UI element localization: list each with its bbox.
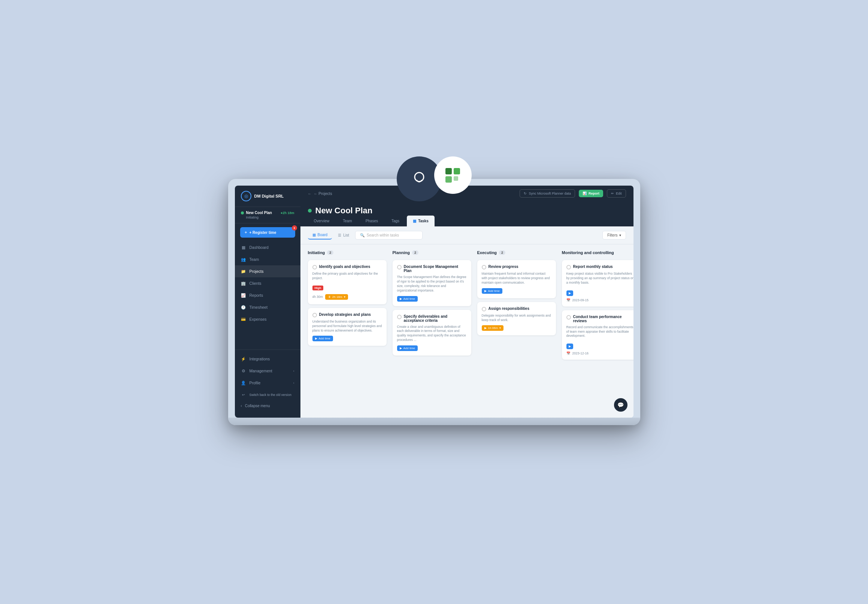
plus-icon: ＋ <box>244 230 248 235</box>
board-view-button[interactable]: ▦ Board <box>308 231 332 239</box>
add-time-button-deliverables[interactable]: ▶ Add time <box>397 345 418 351</box>
task-title-assign: Assign responsibilities <box>482 306 552 311</box>
time-chip-assign[interactable]: ▶ 1h 06m ▾ <box>482 325 504 331</box>
play-button-report-monthly[interactable]: ▶ <box>566 290 573 296</box>
column-header-initiating: Initiating 2 <box>308 250 387 255</box>
sync-label: Sync Microsoft Planner data <box>529 192 571 195</box>
filters-button[interactable]: Filters ▾ <box>602 231 626 239</box>
edit-label: Edit <box>616 192 622 195</box>
task-desc-assign: Delegate responsibility for work assignm… <box>482 314 552 323</box>
switch-version-link[interactable]: ↩ Switch back to the old version <box>235 389 301 401</box>
sidebar-item-label-profile: Profile <box>250 381 261 385</box>
task-card-identify-goals[interactable]: Identify goals and objectives Define the… <box>308 260 387 304</box>
sidebar-item-dashboard[interactable]: ▦ Dashboard <box>235 241 301 253</box>
task-desc-scope: The Scope Management Plan defines the de… <box>397 275 467 293</box>
list-view-button[interactable]: ☰ List <box>333 231 353 239</box>
tasks-planner-icon: ▦ <box>413 219 416 223</box>
task-card-assign-responsibilities[interactable]: Assign responsibilities Delegate respons… <box>477 302 556 336</box>
clients-icon: 🏢 <box>241 281 246 286</box>
laptop-screen: ◎ DM Digital SRL New Cool Plan ●2h 18m I… <box>235 185 634 418</box>
task-checkbox-deliverables[interactable] <box>397 315 401 319</box>
integrations-icon: ⚡ <box>241 356 246 361</box>
task-name-report-monthly: Report monthly status <box>573 264 613 269</box>
play-button-conduct[interactable]: ▶ <box>566 343 573 349</box>
back-arrow-icon: ← <box>308 192 312 196</box>
task-title-report-monthly: Report monthly status <box>566 264 634 269</box>
task-checkbox-report-monthly[interactable] <box>566 265 571 269</box>
report-label: Report <box>589 192 599 195</box>
tab-tasks[interactable]: ▦ Tasks <box>407 216 434 226</box>
report-button[interactable]: 📊 Report <box>579 190 603 197</box>
task-checkbox-develop[interactable] <box>312 313 317 317</box>
tab-team-label: Team <box>343 219 352 223</box>
sidebar-item-reports[interactable]: 📈 Reports <box>235 289 301 301</box>
sidebar-project[interactable]: New Cool Plan ●2h 18m Initiating <box>235 207 301 223</box>
sidebar-item-integrations[interactable]: ⚡ Integrations <box>235 353 301 365</box>
tabs-section: Overview Team Phases Tags ▦ Tasks <box>301 216 634 226</box>
filter-chevron-icon: ▾ <box>619 233 621 237</box>
sidebar-item-label-reports: Reports <box>250 293 264 298</box>
play-icon-deliverables: ▶ <box>400 346 402 350</box>
add-time-button-review[interactable]: ▶ Add time <box>482 288 503 294</box>
edit-button[interactable]: ✏ Edit <box>607 189 626 198</box>
task-name-conduct: Conduct team performance reviews <box>573 315 634 323</box>
task-checkbox-review[interactable] <box>482 265 486 269</box>
search-box[interactable]: 🔍 Search within tasks <box>355 231 423 239</box>
task-checkbox-scope[interactable] <box>397 265 401 269</box>
sidebar-nav: ▦ Dashboard 👥 Team 📁 Projects 🏢 Clients … <box>235 241 301 349</box>
task-time-row-assign: ▶ 1h 06m ▾ <box>482 325 552 331</box>
time-logged-identify: 4h 30m <box>312 295 323 299</box>
task-checkbox-assign[interactable] <box>482 307 486 311</box>
header-actions: ↻ Sync Microsoft Planner data 📊 Report ✏… <box>519 189 626 198</box>
sidebar-item-clients[interactable]: 🏢 Clients <box>235 277 301 289</box>
pause-timer-button[interactable]: ⏸ 2h 18m ▾ <box>325 294 348 300</box>
column-header-monitoring: Monitoring and controlling <box>562 250 634 255</box>
add-time-button-develop[interactable]: ▶ Add time <box>312 336 333 341</box>
chat-bubble-button[interactable]: 💬 <box>614 398 628 412</box>
task-title-deliverables: Specify deliverables and acceptance crit… <box>397 314 467 323</box>
profile-icon: 👤 <box>241 380 246 385</box>
sidebar-item-management[interactable]: ⚙ Management › <box>235 365 301 377</box>
sidebar-item-label-dashboard: Dashboard <box>250 245 269 250</box>
list-view-icon: ☰ <box>338 233 341 237</box>
task-checkbox-conduct[interactable] <box>566 315 571 320</box>
kanban-column-planning: Planning 2 Document Scope Management Pla… <box>393 250 471 412</box>
sync-icon: ↻ <box>524 192 527 195</box>
tab-tasks-label: Tasks <box>418 219 429 223</box>
task-card-develop-strategies[interactable]: Develop strategies and plans Understand … <box>308 308 387 346</box>
edit-pencil-icon: ✏ <box>611 192 614 195</box>
task-name-assign: Assign responsibilities <box>488 306 529 310</box>
sidebar-item-label-team: Team <box>250 257 259 262</box>
task-card-report-monthly[interactable]: Report monthly status Keep project statu… <box>562 260 634 306</box>
task-desc-conduct: Record and communicate the accomplishmen… <box>566 325 634 339</box>
sidebar-item-timesheet[interactable]: 🕐 Timesheet <box>235 301 301 313</box>
tab-tags[interactable]: Tags <box>386 216 405 226</box>
sidebar-item-team[interactable]: 👥 Team <box>235 253 301 265</box>
breadcrumb-projects-link[interactable]: ← Projects <box>314 192 332 196</box>
sidebar-item-expenses[interactable]: 💳 Expenses <box>235 313 301 325</box>
tab-tags-label: Tags <box>392 219 399 223</box>
sidebar-item-label-integrations: Integrations <box>250 357 270 361</box>
register-time-badge: 3 <box>292 225 297 230</box>
task-card-specify-deliverables[interactable]: Specify deliverables and acceptance crit… <box>393 310 471 356</box>
collapse-menu-label: Collapse menu <box>245 404 270 408</box>
add-time-button-scope[interactable]: ▶ Add time <box>397 296 418 302</box>
tab-phases[interactable]: Phases <box>360 216 384 226</box>
sidebar-item-profile[interactable]: 👤 Profile › <box>235 377 301 389</box>
time-chip-dropdown-icon: ▾ <box>499 326 501 330</box>
play-icon-scope: ▶ <box>400 297 402 301</box>
task-card-document-scope[interactable]: Document Scope Management Plan The Scope… <box>393 260 471 306</box>
register-time-button[interactable]: ＋ + Register time 3 <box>240 227 295 238</box>
collapse-menu-button[interactable]: ‹ Collapse menu <box>235 401 301 411</box>
task-checkbox-identify[interactable] <box>312 265 317 269</box>
kanban-column-monitoring: Monitoring and controlling Report monthl… <box>562 250 634 412</box>
task-card-conduct-reviews[interactable]: Conduct team performance reviews Record … <box>562 310 634 360</box>
sidebar-item-projects[interactable]: 📁 Projects <box>235 265 301 277</box>
switch-version-label: Switch back to the old version <box>250 393 291 397</box>
tab-team[interactable]: Team <box>337 216 358 226</box>
sync-button[interactable]: ↻ Sync Microsoft Planner data <box>519 189 575 198</box>
tab-overview[interactable]: Overview <box>308 216 336 226</box>
board-toolbar: ▦ Board ☰ List 🔍 Search within tasks <box>301 226 634 244</box>
laptop-base <box>228 418 640 425</box>
task-card-review-progress[interactable]: Review progress Maintain frequent formal… <box>477 260 556 298</box>
